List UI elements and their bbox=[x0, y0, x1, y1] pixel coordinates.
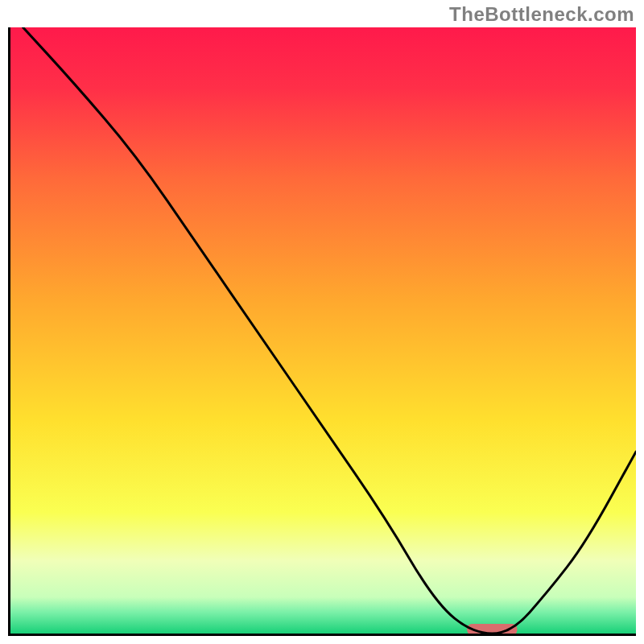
chart-background-gradient bbox=[10, 27, 636, 634]
bottleneck-chart bbox=[8, 27, 636, 636]
watermark-text: TheBottleneck.com bbox=[449, 3, 634, 26]
